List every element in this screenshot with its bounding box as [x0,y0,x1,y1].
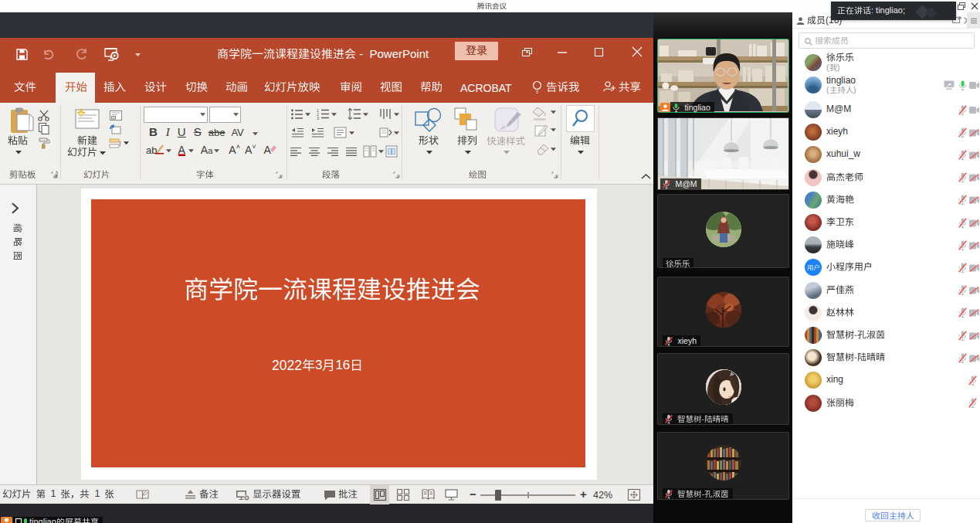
svg-text:3: 3 [317,116,319,121]
